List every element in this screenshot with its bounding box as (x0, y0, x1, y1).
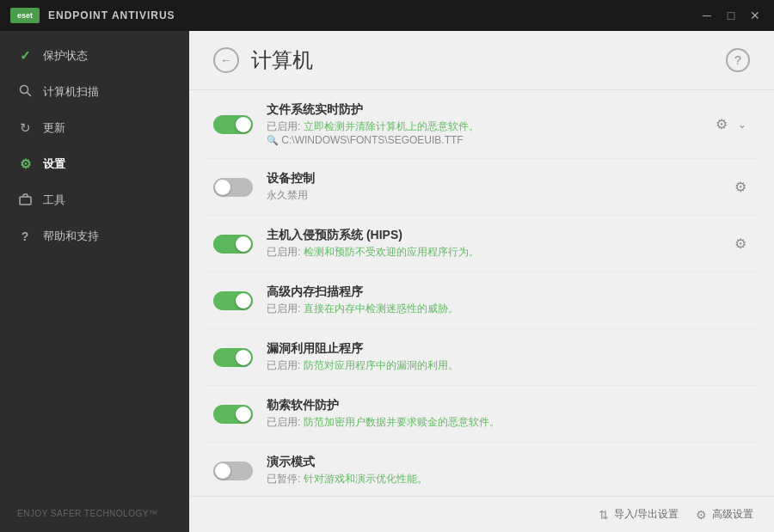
sidebar-item-settings[interactable]: ⚙ 设置 (0, 146, 189, 182)
setting-path: 🔍 C:\WINDOWS\FONTS\SEGOEUIB.TTF (267, 134, 698, 146)
status-link[interactable]: 防范加密用户数据并要求赎金的恶意软件。 (304, 416, 500, 428)
search-icon (17, 84, 33, 100)
toggle-presentation-mode[interactable] (213, 462, 253, 480)
back-button[interactable]: ← (213, 47, 239, 73)
question-icon: ? (17, 229, 33, 243)
main-layout: ✓ 保护状态 计算机扫描 ↻ 更新 ⚙ 设置 (0, 31, 774, 532)
toggle-knob (236, 407, 251, 422)
svg-rect-2 (20, 197, 31, 205)
status-link[interactable]: 针对游戏和演示优化性能。 (304, 473, 427, 485)
titlebar: eset ENDPOINT ANTIVIRUS ─ □ ✕ (0, 0, 774, 31)
setting-actions: ⚙ (731, 175, 750, 199)
maximize-button[interactable]: □ (722, 7, 740, 24)
setting-item-hips: 主机入侵预防系统 (HIPS) 已启用: 检测和预防不受欢迎的应用程序行为。 ⚙ (206, 216, 757, 272)
toggle-knob (215, 463, 230, 479)
status-link[interactable]: 防范对应用程序中的漏洞的利用。 (304, 359, 458, 371)
setting-status: 已启用: 防范对应用程序中的漏洞的利用。 (267, 358, 736, 373)
toggle-hips[interactable] (213, 235, 253, 254)
setting-status: 已启用: 直接在内存中检测迷惑性的威胁。 (267, 302, 736, 316)
sidebar-item-help[interactable]: ? 帮助和支持 (0, 218, 189, 254)
chevron-down-icon[interactable]: ⌄ (734, 115, 750, 134)
sidebar-item-protection-status[interactable]: ✓ 保护状态 (0, 38, 189, 74)
briefcase-icon (17, 193, 33, 208)
setting-actions: ⚙ ⌄ (712, 113, 750, 136)
minimize-button[interactable]: ─ (698, 7, 716, 24)
toggle-knob (236, 350, 251, 365)
sidebar-item-label: 工具 (43, 193, 65, 208)
setting-actions: ⚙ (731, 232, 750, 255)
setting-item-ransomware-protection: 勒索软件防护 已启用: 防范加密用户数据并要求赎金的恶意软件。 (206, 386, 757, 443)
status-link[interactable]: 检测和预防不受欢迎的应用程序行为。 (304, 246, 479, 258)
toggle-knob (236, 236, 251, 252)
setting-info: 勒索软件防护 已启用: 防范加密用户数据并要求赎金的恶意软件。 (267, 398, 736, 430)
sidebar-item-label: 帮助和支持 (43, 229, 99, 244)
import-export-button[interactable]: ⇅ 导入/导出设置 (599, 507, 679, 522)
content-header: ← 计算机 ? (189, 31, 774, 90)
setting-info: 设备控制 永久禁用 (267, 171, 717, 203)
setting-name: 高级内存扫描程序 (267, 284, 736, 300)
status-link[interactable]: 直接在内存中检测迷惑性的威胁。 (304, 303, 458, 315)
status-text: 永久禁用 (267, 189, 308, 201)
window-controls: ─ □ ✕ (698, 7, 764, 24)
path-value: C:\WINDOWS\FONTS\SEGOEUIB.TTF (281, 134, 463, 146)
import-export-label: 导入/导出设置 (614, 507, 679, 522)
gear-button[interactable]: ⚙ (731, 175, 750, 199)
setting-status: 已启用: 检测和预防不受欢迎的应用程序行为。 (267, 245, 717, 260)
gear-button[interactable]: ⚙ (712, 113, 731, 136)
sidebar-item-computer-scan[interactable]: 计算机扫描 (0, 74, 189, 110)
svg-line-1 (27, 93, 30, 96)
toggle-device-control[interactable] (213, 178, 253, 197)
sidebar-item-label: 更新 (43, 120, 65, 136)
setting-item-device-control: 设备控制 永久禁用 ⚙ (206, 159, 757, 216)
status-prefix: 已启用: (267, 120, 300, 132)
sidebar-item-label: 保护状态 (43, 48, 88, 64)
setting-info: 演示模式 已暂停: 针对游戏和演示优化性能。 (267, 455, 736, 486)
setting-info: 文件系统实时防护 已启用: 立即检测并清除计算机上的恶意软件。 🔍 C:\WIN… (267, 102, 698, 146)
app-title: ENDPOINT ANTIVIRUS (48, 9, 698, 21)
setting-item-memory-scanner: 高级内存扫描程序 已启用: 直接在内存中检测迷惑性的威胁。 (206, 272, 757, 329)
back-arrow-icon: ← (220, 53, 232, 67)
magnify-icon: 🔍 (267, 135, 279, 145)
content-wrapper: 文件系统实时防护 已启用: 立即检测并清除计算机上的恶意软件。 🔍 C:\WIN… (189, 90, 774, 496)
setting-name: 主机入侵预防系统 (HIPS) (267, 228, 717, 243)
toggle-knob (236, 117, 251, 132)
sidebar-item-label: 计算机扫描 (43, 84, 99, 100)
toggle-ransomware-protection[interactable] (213, 405, 253, 424)
help-button[interactable]: ? (726, 48, 750, 72)
setting-status: 已暂停: 针对游戏和演示优化性能。 (267, 472, 736, 486)
setting-status: 已启用: 立即检测并清除计算机上的恶意软件。 (267, 119, 698, 134)
toggle-realtime-protection[interactable] (213, 115, 253, 134)
sidebar-item-update[interactable]: ↻ 更新 (0, 110, 189, 146)
toggle-knob (236, 293, 251, 309)
toggle-memory-scanner[interactable] (213, 291, 253, 310)
status-prefix: 已启用: (267, 303, 300, 315)
content-area: ← 计算机 ? 文件系统实时防护 已启用: 立即 (189, 31, 774, 532)
setting-name: 漏洞利用阻止程序 (267, 341, 736, 357)
setting-item-realtime-protection: 文件系统实时防护 已启用: 立即检测并清除计算机上的恶意软件。 🔍 C:\WIN… (206, 90, 757, 159)
help-icon: ? (734, 53, 741, 67)
toggle-knob (215, 180, 230, 195)
status-prefix: 已启用: (267, 416, 300, 428)
gear-button[interactable]: ⚙ (731, 232, 750, 255)
sidebar-item-label: 设置 (43, 156, 65, 172)
sidebar-item-tools[interactable]: 工具 (0, 182, 189, 218)
status-prefix: 已启用: (267, 246, 300, 258)
settings-list: 文件系统实时防护 已启用: 立即检测并清除计算机上的恶意软件。 🔍 C:\WIN… (189, 90, 774, 496)
status-link[interactable]: 立即检测并清除计算机上的恶意软件。 (304, 120, 479, 132)
close-button[interactable]: ✕ (746, 7, 764, 24)
status-prefix: 已暂停: (267, 473, 300, 485)
sidebar-footer: ENJOY SAFER TECHNOLOGY™ (0, 495, 189, 532)
import-export-icon: ⇅ (599, 508, 609, 522)
setting-item-presentation-mode: 演示模式 已暂停: 针对游戏和演示优化性能。 (206, 443, 757, 496)
page-title: 计算机 (251, 46, 726, 74)
checkmark-icon: ✓ (17, 48, 33, 64)
setting-name: 勒索软件防护 (267, 398, 736, 413)
toggle-exploit-blocker[interactable] (213, 348, 253, 367)
setting-name: 文件系统实时防护 (267, 102, 698, 118)
sidebar: ✓ 保护状态 计算机扫描 ↻ 更新 ⚙ 设置 (0, 31, 189, 532)
advanced-settings-button[interactable]: ⚙ 高级设置 (696, 507, 753, 522)
advanced-gear-icon: ⚙ (696, 508, 707, 522)
setting-info: 高级内存扫描程序 已启用: 直接在内存中检测迷惑性的威胁。 (267, 284, 736, 316)
setting-info: 漏洞利用阻止程序 已启用: 防范对应用程序中的漏洞的利用。 (267, 341, 736, 373)
setting-info: 主机入侵预防系统 (HIPS) 已启用: 检测和预防不受欢迎的应用程序行为。 (267, 228, 717, 260)
